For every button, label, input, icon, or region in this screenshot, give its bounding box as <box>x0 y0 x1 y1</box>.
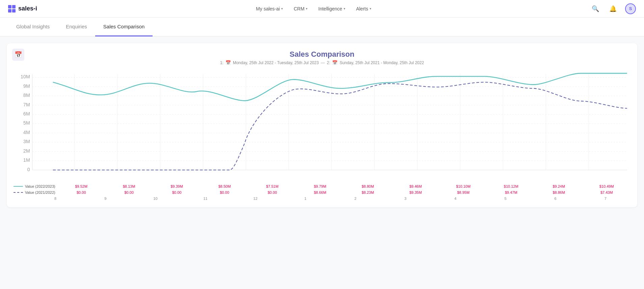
s1-v5: $9.79M <box>310 184 330 188</box>
s2-v2: $0.00 <box>167 190 187 194</box>
s1-v3: $8.50M <box>214 184 235 188</box>
s1-v11: $10.49M <box>596 184 617 188</box>
svg-text:9M: 9M <box>23 83 30 89</box>
s1-v10: $9.24M <box>549 184 569 188</box>
s2-v5: $8.66M <box>310 190 330 194</box>
svg-text:8M: 8M <box>23 93 30 98</box>
xaxis-row: 8 9 10 11 12 1 2 3 4 5 6 7 <box>14 196 630 201</box>
s2-v10: $8.86M <box>549 190 569 194</box>
notifications-button[interactable]: 🔔 <box>608 3 618 14</box>
svg-text:1M: 1M <box>23 157 30 163</box>
series1-line-indicator <box>14 186 23 187</box>
tab-sales-comparison[interactable]: Sales Comparison <box>95 18 153 36</box>
s1-v1: $8.13M <box>119 184 139 188</box>
legend-series2-values: $0.00 $0.00 $0.00 $0.00 $0.00 $8.66M $8.… <box>57 190 630 194</box>
period1-cal-icon: 📅 <box>225 60 231 65</box>
chart-area: 0 1M 2M 3M 4M 5M 6M 7M 8M 9M 10M <box>14 71 630 182</box>
legend-series2-label: Value (2021/2022) <box>14 190 57 194</box>
s1-v2: $9.39M <box>167 184 187 188</box>
chevron-icon: ▾ <box>306 7 307 10</box>
s2-v3: $0.00 <box>214 190 235 194</box>
xaxis-5: 1 <box>295 196 316 201</box>
svg-text:3M: 3M <box>23 139 30 144</box>
svg-text:2M: 2M <box>23 148 30 154</box>
chevron-icon: ▾ <box>370 7 371 10</box>
nav-alerts[interactable]: Alerts ▾ <box>356 6 371 11</box>
chart-card: 📅 Sales Comparison 1: 📅 Monday, 25th Jul… <box>7 43 637 207</box>
calendar-icon: 📅 <box>15 51 22 58</box>
xaxis-11: 7 <box>595 196 616 201</box>
s2-v0: $0.00 <box>71 190 91 194</box>
top-nav: sales-i My sales-ai ▾ CRM ▾ Intelligence… <box>0 0 644 18</box>
s1-v9: $10.12M <box>501 184 521 188</box>
chart-svg: 0 1M 2M 3M 4M 5M 6M 7M 8M 9M 10M <box>14 71 630 180</box>
xaxis-7: 3 <box>395 196 415 201</box>
series2-line <box>53 82 627 170</box>
xaxis-1: 9 <box>95 196 115 201</box>
series2-line-indicator <box>14 192 23 193</box>
chart-subtitle: 1: 📅 Monday, 25th Jul 2022 - Tuesday, 25… <box>14 60 630 65</box>
s2-v7: $9.35M <box>405 190 426 194</box>
nav-center: My sales-ai ▾ CRM ▾ Intelligence ▾ Alert… <box>256 6 371 11</box>
search-button[interactable]: 🔍 <box>590 3 601 14</box>
s2-v9: $9.47M <box>501 190 521 194</box>
chart-title: Sales Comparison <box>14 50 630 59</box>
s2-v4: $0.00 <box>262 190 283 194</box>
chevron-icon: ▾ <box>344 7 345 10</box>
svg-text:4M: 4M <box>23 130 30 135</box>
brand-name: sales-i <box>18 5 37 12</box>
tabs-bar: Global Insights Enquiries Sales Comparis… <box>0 18 644 36</box>
tab-global-insights[interactable]: Global Insights <box>8 18 58 36</box>
chevron-icon: ▾ <box>281 7 283 10</box>
svg-text:0: 0 <box>27 167 30 172</box>
xaxis-3: 11 <box>195 196 216 201</box>
xaxis-10: 6 <box>545 196 566 201</box>
legend-row-series1: Value (2022/2023) $9.52M $8.13M $9.39M $… <box>14 184 630 188</box>
main-content: 📅 Sales Comparison 1: 📅 Monday, 25th Jul… <box>0 36 644 214</box>
s1-v4: $7.51M <box>262 184 283 188</box>
brand-logo[interactable]: sales-i <box>8 5 37 12</box>
svg-text:6M: 6M <box>23 111 30 116</box>
xaxis-6: 2 <box>345 196 366 201</box>
xaxis-2: 10 <box>145 196 165 201</box>
svg-text:5M: 5M <box>23 120 30 126</box>
chart-title-area: Sales Comparison 1: 📅 Monday, 25th Jul 2… <box>14 50 630 65</box>
xaxis-8: 4 <box>445 196 465 201</box>
legend-series1-values: $9.52M $8.13M $9.39M $8.50M $7.51M $9.79… <box>57 184 630 188</box>
legend-series1-label: Value (2022/2023) <box>14 184 57 188</box>
user-avatar[interactable]: S <box>625 3 636 14</box>
s2-v8: $8.95M <box>453 190 474 194</box>
nav-intelligence[interactable]: Intelligence ▾ <box>318 6 345 11</box>
tab-enquiries[interactable]: Enquiries <box>58 18 95 36</box>
s2-v1: $0.00 <box>119 190 139 194</box>
xaxis-4: 12 <box>245 196 266 201</box>
legend-row-series2: Value (2021/2022) $0.00 $0.00 $0.00 $0.0… <box>14 190 630 194</box>
period2-cal-icon: 📅 <box>332 60 338 65</box>
s2-v6: $8.23M <box>358 190 378 194</box>
svg-text:10M: 10M <box>21 74 30 79</box>
nav-my-sales-ai[interactable]: My sales-ai ▾ <box>256 6 283 11</box>
s1-v8: $10.10M <box>453 184 474 188</box>
svg-text:7M: 7M <box>23 102 30 107</box>
xaxis-0: 8 <box>45 196 65 201</box>
xaxis-9: 5 <box>495 196 515 201</box>
calendar-button[interactable]: 📅 <box>12 49 24 61</box>
nav-crm[interactable]: CRM ▾ <box>294 6 307 11</box>
s1-v6: $8.80M <box>358 184 378 188</box>
s2-v11: $7.43M <box>596 190 617 194</box>
nav-right: 🔍 🔔 S <box>590 3 636 14</box>
s1-v7: $9.46M <box>405 184 426 188</box>
s1-v0: $9.52M <box>71 184 91 188</box>
logo-icon <box>8 5 16 12</box>
